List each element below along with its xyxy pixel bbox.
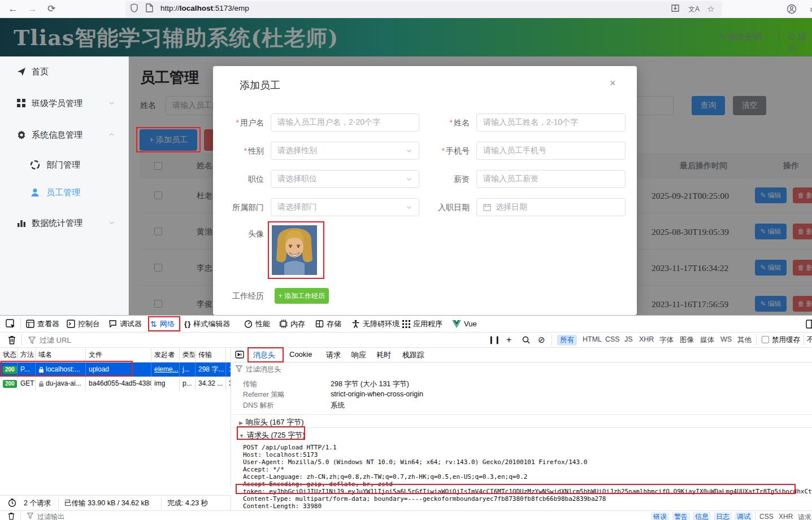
tab-accessibility[interactable]: 无障碍环境 xyxy=(351,316,400,332)
filter-image[interactable]: 图像 xyxy=(677,335,697,346)
request-row-img[interactable]: 200 GET du-java-ai... ba46d055-4ad5-4388… xyxy=(0,377,231,391)
pause-icon[interactable]: ❙❙ xyxy=(488,335,501,344)
phone-input[interactable]: 请输入员工手机号 xyxy=(476,142,626,160)
search-icon[interactable] xyxy=(522,336,530,344)
filter-xhr[interactable]: XHR xyxy=(636,335,657,344)
detail-tab-response[interactable]: 响应 xyxy=(351,350,366,360)
tab-vue[interactable]: Vue xyxy=(452,316,477,332)
cat-xhr[interactable]: XHR xyxy=(779,513,793,520)
filter-other[interactable]: 其他 xyxy=(735,335,754,346)
chevron-down-icon xyxy=(108,220,115,226)
col-transferred[interactable]: 传输 xyxy=(196,348,226,362)
tab-network[interactable]: ⇅网络 xyxy=(150,316,175,332)
resend-icon[interactable] xyxy=(235,351,244,359)
tab-application[interactable]: 应用程序 xyxy=(402,316,442,332)
tab-memory[interactable]: 内存 xyxy=(279,316,305,332)
filter-html[interactable]: HTML xyxy=(580,335,605,344)
throttle-select[interactable]: 不节流 xyxy=(807,335,812,345)
tab-debugger[interactable]: 调试器 xyxy=(108,316,142,332)
add-employee-dialog: 添加员工 × *用户名 请输入员工用户名，2-20个字 *姓名 请输入员工姓名，… xyxy=(213,66,637,315)
col-method[interactable]: 方法 xyxy=(18,348,36,362)
request-headers-section[interactable]: ▼请求头 (725 字节) xyxy=(231,427,812,440)
disable-cache-checkbox[interactable] xyxy=(762,336,769,343)
gender-select[interactable]: 请选择性别 xyxy=(271,142,419,160)
chevron-down-icon xyxy=(108,100,115,107)
clear-requests-trash-icon[interactable] xyxy=(8,335,16,344)
save-page-icon[interactable] xyxy=(671,3,683,15)
tab-style-editor[interactable]: { }样式编辑器 xyxy=(184,316,230,332)
filter-font[interactable]: 字体 xyxy=(657,335,676,346)
name-input[interactable]: 请输入员工姓名，2-10个字 xyxy=(476,113,626,132)
col-initiator[interactable]: 发起者 xyxy=(151,348,180,362)
reload-icon[interactable]: ⟳ xyxy=(44,2,59,16)
account-icon[interactable] xyxy=(787,4,799,15)
salary-input[interactable]: 请输入员工薪资 xyxy=(476,170,626,188)
sidebar-item-class-students[interactable]: 班级学员管理 xyxy=(0,95,129,112)
detail-tab-stacktrace[interactable]: 栈跟踪 xyxy=(402,350,424,360)
response-headers-section[interactable]: ▶响应头 (167 字节) xyxy=(231,414,812,427)
level-errors[interactable]: 错误 xyxy=(651,512,669,520)
detail-tab-headers[interactable]: 消息头 xyxy=(253,350,275,360)
sidebar-item-statistics[interactable]: 数据统计管理 xyxy=(0,215,129,231)
level-info[interactable]: 信息 xyxy=(693,512,711,520)
col-type[interactable]: 类型 xyxy=(180,348,196,362)
entry-date-input[interactable]: 选择日期 xyxy=(476,198,626,216)
avatar-image[interactable] xyxy=(272,225,317,275)
col-domain[interactable]: 域名 xyxy=(36,348,86,362)
page-info-icon[interactable] xyxy=(146,3,158,15)
filter-all[interactable]: 所有 xyxy=(557,335,577,346)
sidebar-item-home[interactable]: 首页 xyxy=(0,63,129,80)
translate-icon[interactable]: 文A xyxy=(688,3,700,15)
change-password-link[interactable]: ✎修改密码 xyxy=(719,32,762,42)
url-bar[interactable]: http://localhost:5173/emp 文A ☆ xyxy=(125,1,722,17)
bookmark-star-icon[interactable]: ☆ xyxy=(705,3,717,15)
dock-options-icon[interactable] xyxy=(806,320,812,329)
token-header-line: token: eyJhbGciOiJIUzI1NiJ9.eyJuYW1lIjoi… xyxy=(243,488,812,495)
filter-css[interactable]: CSS xyxy=(602,335,623,344)
pick-element-icon[interactable] xyxy=(6,319,16,329)
level-debug[interactable]: 调试 xyxy=(735,512,753,520)
sidebar-item-employees[interactable]: 员工管理 xyxy=(0,184,129,201)
job-select[interactable]: 请选择职位 xyxy=(271,170,419,188)
col-status[interactable]: 状态 xyxy=(0,348,18,362)
funnel-icon xyxy=(28,337,36,344)
detail-tab-request[interactable]: 请求 xyxy=(326,350,341,360)
block-icon[interactable]: ⊘ xyxy=(538,335,545,345)
logout-link[interactable]: ⏻退出 xyxy=(789,32,812,53)
col-file[interactable]: 文件 xyxy=(86,348,151,362)
request-initiator[interactable]: eleme... xyxy=(151,362,180,377)
cat-css[interactable]: CSS xyxy=(759,513,774,520)
forward-icon[interactable]: → xyxy=(25,2,40,16)
add-request-icon[interactable]: + xyxy=(506,335,511,345)
add-work-exp-button[interactable]: + 添加工作经历 xyxy=(275,288,329,304)
filter-url-input[interactable]: 过滤 URL xyxy=(40,335,71,346)
close-icon[interactable]: × xyxy=(610,77,616,89)
sidebar-item-departments[interactable]: 部门管理 xyxy=(0,156,129,173)
tab-console[interactable]: 控制台 xyxy=(67,316,100,332)
menu-icon[interactable]: ≡ xyxy=(806,4,812,15)
sidebar-item-system-info[interactable]: 系统信息管理 xyxy=(0,126,129,143)
clear-console-trash-icon[interactable] xyxy=(8,512,15,520)
devtools-tabbar: 查看器 控制台 调试器 ⇅网络 { }样式编辑器 性能 内存 存储 无障碍环境 … xyxy=(0,316,812,333)
cat-requests[interactable]: 请求 xyxy=(798,513,811,520)
level-logs[interactable]: 日志 xyxy=(714,512,732,520)
detail-tab-timings[interactable]: 耗时 xyxy=(376,350,391,360)
filter-media[interactable]: 媒体 xyxy=(697,335,717,346)
username-input[interactable]: 请输入员工用户名，2-20个字 xyxy=(271,113,419,132)
level-warnings[interactable]: 警告 xyxy=(672,512,690,520)
tab-inspector[interactable]: 查看器 xyxy=(26,316,59,332)
filter-js[interactable]: JS xyxy=(622,335,636,344)
referrer-policy-value: strict-origin-when-cross-origin xyxy=(331,390,423,398)
back-icon[interactable]: ← xyxy=(6,2,20,16)
dept-select[interactable]: 请选择部门 xyxy=(271,198,419,216)
request-row-upload[interactable]: 200 P... localhost:... upload eleme... j… xyxy=(0,362,231,377)
filter-headers-input[interactable]: 过滤消息头 xyxy=(246,365,281,374)
filter-output-input[interactable]: 过滤输出 xyxy=(37,512,64,520)
filter-ws[interactable]: WS xyxy=(718,335,735,344)
shield-icon[interactable] xyxy=(130,3,142,15)
detail-tab-cookie[interactable]: Cookie xyxy=(289,350,312,359)
tab-performance[interactable]: 性能 xyxy=(244,316,270,332)
username-label: *用户名 xyxy=(213,113,264,132)
devtools-panel: 查看器 控制台 调试器 ⇅网络 { }样式编辑器 性能 内存 存储 无障碍环境 … xyxy=(0,315,812,520)
tab-storage[interactable]: 存储 xyxy=(315,316,341,332)
